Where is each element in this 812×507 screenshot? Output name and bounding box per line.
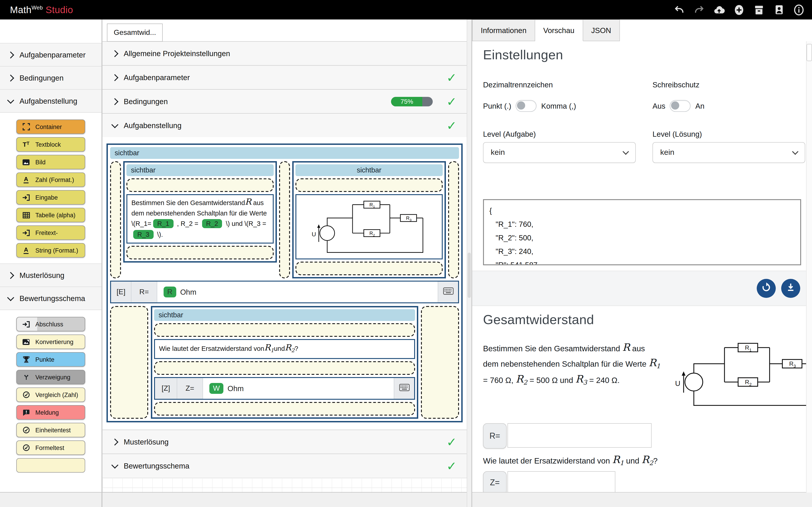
accordion-musterloesung[interactable]: Musterlösung ✓ xyxy=(102,430,467,454)
json-line: "R_1": 760, xyxy=(489,217,795,231)
input-field[interactable]: WOhm xyxy=(203,378,394,399)
save-button[interactable] xyxy=(753,4,765,16)
accordion-allgemeine-projekteinstellungen[interactable]: Allgemeine Projekteinstellungen xyxy=(102,41,467,65)
palette-item-formeltest[interactable]: Formeltest xyxy=(16,441,85,455)
scrollbar-thumb[interactable] xyxy=(807,44,812,61)
dropzone[interactable] xyxy=(154,361,415,375)
parameter-chip[interactable]: R_3 xyxy=(133,230,153,239)
chevron-down-icon xyxy=(7,294,14,301)
palette-item-partial[interactable] xyxy=(16,458,85,472)
accordion-bedingungen[interactable]: Bedingungen 75% ✓ xyxy=(102,89,467,113)
palette-item-textblock[interactable]: TTTextblock xyxy=(16,137,85,152)
upload-button[interactable] xyxy=(713,4,725,16)
dropzone[interactable] xyxy=(126,246,274,260)
palette-item-bild[interactable]: Bild xyxy=(16,155,85,169)
redo-icon xyxy=(694,4,705,15)
palette-item-vergleich-zahl[interactable]: Vergleich (Zahl) xyxy=(16,388,85,402)
add-button[interactable] xyxy=(733,4,745,16)
keyboard-button[interactable] xyxy=(438,282,458,302)
palette-item-eingabe[interactable]: Eingabe xyxy=(16,190,85,205)
dropzone[interactable] xyxy=(448,161,459,278)
input-field[interactable]: ROhm xyxy=(157,282,438,302)
chevron-down-icon xyxy=(7,97,14,103)
palette-item-tabelle[interactable]: Tabelle (alpha) xyxy=(16,208,85,222)
sidebar-section-musterloesung[interactable]: Musterlösung xyxy=(0,264,101,287)
input-element-r[interactable]: [E] R= ROhm xyxy=(110,281,459,303)
variable-chip[interactable]: W xyxy=(209,383,223,394)
dropzone[interactable] xyxy=(295,262,443,275)
dropzone[interactable] xyxy=(126,178,274,192)
dropzone[interactable] xyxy=(279,161,290,278)
input-type-tag: [Z] xyxy=(155,378,177,399)
redo-button[interactable] xyxy=(693,4,705,16)
sidebar-section-aufgabenstellung[interactable]: Aufgabenstellung xyxy=(0,90,101,113)
palette-item-verzweigung[interactable]: Verzweigung xyxy=(16,370,85,384)
dropzone[interactable] xyxy=(295,178,443,192)
tab-informationen[interactable]: Informationen xyxy=(472,19,535,41)
container-sichtbar-image[interactable]: sichtbar xyxy=(292,161,446,278)
dropzone[interactable] xyxy=(110,306,148,419)
palette-item-zahl-format[interactable]: AZahl (Format.) xyxy=(16,172,85,187)
variable-chip[interactable]: R xyxy=(164,287,176,297)
undo-button[interactable] xyxy=(673,4,685,16)
preview-scrollbar[interactable] xyxy=(806,41,812,493)
container-sichtbar-question[interactable]: sichtbar Wie lautet der Ersatzwiderstand… xyxy=(151,306,418,419)
scrollbar-thumb[interactable] xyxy=(468,252,471,298)
parameter-chip[interactable]: R_2 xyxy=(202,219,222,228)
level-solution-label: Level (Lösung) xyxy=(653,130,805,138)
sidebar-section-bedingungen[interactable]: Bedingungen xyxy=(0,66,101,90)
tab-vorschau[interactable]: Vorschau xyxy=(535,19,583,41)
top-actions xyxy=(673,4,805,16)
container-header[interactable]: sichtbar xyxy=(110,147,459,159)
keyboard-button[interactable] xyxy=(394,378,414,399)
level-solution-select[interactable]: kein xyxy=(653,142,805,163)
textblock-task[interactable]: Bestimmen Sie den GesamtwiderstandR aus … xyxy=(126,194,274,243)
dropzone[interactable] xyxy=(154,323,415,337)
refresh-button[interactable] xyxy=(757,279,776,298)
text-segment: R xyxy=(649,357,656,369)
accordion-aufgabenparameter[interactable]: Aufgabenparameter ✓ xyxy=(102,65,467,89)
textblock-question[interactable]: Wie lautet der Ersatzwiderstand vonR1und… xyxy=(154,339,415,359)
accordion-bewertungsschema[interactable]: Bewertungsschema ✓ xyxy=(102,454,467,478)
accordion-aufgabenstellung[interactable]: Aufgabenstellung ✓ xyxy=(102,113,467,137)
sidebar-section-bewertungsschema[interactable]: Bewertungsschema xyxy=(0,287,101,310)
text-segment: R xyxy=(622,341,630,353)
parameter-chip[interactable]: R_1 xyxy=(153,219,173,228)
palette-item-einheitentest[interactable]: Einheitentest xyxy=(16,423,85,437)
sidebar-section-aufgabenparameter[interactable]: Aufgabenparameter xyxy=(0,43,101,66)
input-element-z[interactable]: [Z] Z= WOhm xyxy=(154,377,415,400)
container-sichtbar-outer[interactable]: sichtbar sichtbar Bestimmen Sie den Gesa… xyxy=(106,144,463,422)
decimal-toggle[interactable] xyxy=(516,100,537,112)
palette-item-konvertierung[interactable]: Konvertierung xyxy=(16,335,85,349)
accordion-label: Allgemeine Projekteinstellungen xyxy=(124,49,230,58)
tab-gesamtwiderstand[interactable]: Gesamtwid... xyxy=(107,23,163,42)
answer-input-z[interactable] xyxy=(507,471,615,492)
parameters-json-editor[interactable]: { "R_1": 760, "R_2": 500, "R_3": 240, "R… xyxy=(483,199,801,265)
level-task-select[interactable]: kein xyxy=(483,142,636,163)
tab-json[interactable]: JSON xyxy=(583,19,620,41)
text-segment: Wie lautet der Ersatzwiderstand von xyxy=(483,456,612,465)
container-sichtbar-text[interactable]: sichtbar Bestimmen Sie den Gesamtwiderst… xyxy=(123,161,277,263)
palette-item-meldung[interactable]: Meldung xyxy=(16,405,85,419)
dropzone[interactable] xyxy=(110,161,121,278)
palette-item-string-format[interactable]: AString (Format.) xyxy=(16,243,85,258)
info-button[interactable] xyxy=(793,4,805,16)
container-header[interactable]: sichtbar xyxy=(154,309,415,321)
dropzone[interactable] xyxy=(154,402,415,416)
palette-item-abschluss[interactable]: Abschluss xyxy=(16,317,85,331)
container-header[interactable]: sichtbar xyxy=(126,164,274,176)
bewertungsschema-grid-canvas[interactable] xyxy=(102,478,467,492)
write-protect-toggle[interactable] xyxy=(670,100,691,112)
preview-task-text: Bestimmen Sie den Gesamtwiderstand R aus… xyxy=(483,341,661,410)
image-block-circuit[interactable]: U R1 R2 R3 xyxy=(295,194,443,260)
chevron-down-icon xyxy=(623,149,629,155)
editor-scrollbar[interactable] xyxy=(467,19,472,507)
dropzone[interactable] xyxy=(421,306,459,419)
download-button[interactable] xyxy=(781,279,800,298)
palette-item-punkte[interactable]: Punkte xyxy=(16,352,85,367)
answer-input-r[interactable] xyxy=(507,423,652,448)
palette-item-freitext[interactable]: Freitext- xyxy=(16,225,85,240)
account-button[interactable] xyxy=(773,4,785,16)
container-header[interactable]: sichtbar xyxy=(295,164,443,176)
palette-item-container[interactable]: Container xyxy=(16,119,85,134)
